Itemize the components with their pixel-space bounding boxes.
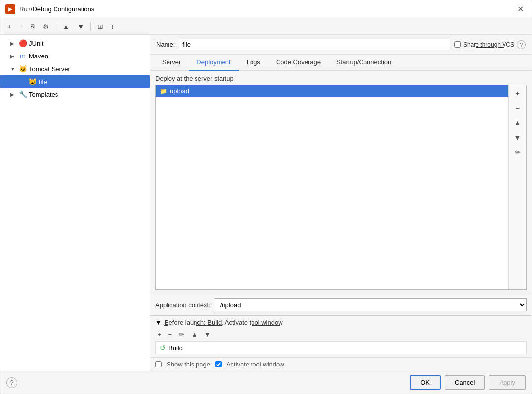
before-launch-section: ▼ Before launch: Build, Activate tool wi… xyxy=(150,315,532,357)
list-remove-button[interactable]: − xyxy=(511,101,525,115)
sort2-button[interactable]: ↕ xyxy=(108,21,117,32)
before-launch-header[interactable]: ▼ Before launch: Build, Activate tool wi… xyxy=(155,319,527,326)
bl-edit-button[interactable]: ✏ xyxy=(176,329,187,339)
help-button[interactable]: ? xyxy=(517,40,526,49)
app-context-label: Application context: xyxy=(155,301,211,309)
main-toolbar: + − ⎘ ⚙ ▲ ▼ ⊞ ↕ xyxy=(0,18,532,35)
tree-item-templates[interactable]: ▶ 🔧 Templates xyxy=(0,88,150,101)
app-logo: ▶ xyxy=(5,4,15,14)
cancel-button[interactable]: Cancel xyxy=(445,375,485,390)
deploy-list-container: 📁 upload + − ▲ ▼ ✏ xyxy=(155,85,527,290)
maven-icon: m xyxy=(18,52,27,60)
remove-config-button[interactable]: − xyxy=(16,21,26,32)
list-down-button[interactable]: ▼ xyxy=(511,131,525,144)
templates-icon: 🔧 xyxy=(18,90,27,98)
title-bar: ▶ Run/Debug Configurations ✕ xyxy=(0,0,532,18)
footer-left: ? xyxy=(6,377,17,388)
tree-item-junit[interactable]: ▶ 🔴 JUnit xyxy=(0,37,150,50)
deploy-section-label: Deploy at the server startup xyxy=(155,75,527,82)
deploy-item-label: upload xyxy=(170,87,189,95)
deploy-item-upload[interactable]: 📁 upload xyxy=(156,85,508,97)
name-row: Name: Share through VCS ? xyxy=(150,35,532,55)
tree-item-file[interactable]: 🐱 file xyxy=(0,75,150,88)
tree-item-maven[interactable]: ▶ m Maven xyxy=(0,50,150,62)
tab-code-coverage[interactable]: Code Coverage xyxy=(268,55,329,71)
tab-startup-connection[interactable]: Startup/Connection xyxy=(329,55,399,71)
before-launch-title: Before launch: Build, Activate tool wind… xyxy=(165,319,283,326)
tab-deployment[interactable]: Deployment xyxy=(189,55,238,71)
build-item: ↺ Build xyxy=(155,341,527,354)
name-label: Name: xyxy=(156,41,175,48)
run-debug-dialog: ▶ Run/Debug Configurations ✕ + − ⎘ ⚙ ▲ ▼… xyxy=(0,0,532,394)
apply-button[interactable]: Apply xyxy=(489,375,526,390)
chevron-icon: ▶ xyxy=(10,41,16,46)
deploy-section: Deploy at the server startup 📁 upload + … xyxy=(150,71,532,294)
tree-item-tomcat[interactable]: ▼ 🐱 Tomcat Server xyxy=(0,62,150,75)
tree-item-label: Maven xyxy=(29,53,48,60)
ok-button[interactable]: OK xyxy=(410,375,441,390)
folder-icon: 📁 xyxy=(160,88,167,95)
move-up-button[interactable]: ▲ xyxy=(59,21,72,32)
tree-item-label: Tomcat Server xyxy=(29,65,70,73)
chevron-icon: ▶ xyxy=(10,92,16,97)
list-add-button[interactable]: + xyxy=(511,86,525,100)
file-icon: 🐱 xyxy=(28,78,37,85)
activate-label: Activate tool window xyxy=(226,361,284,368)
build-icon: ↺ xyxy=(160,344,166,352)
bl-add-button[interactable]: + xyxy=(155,329,164,339)
list-actions: + − ▲ ▼ ✏ xyxy=(508,85,526,289)
bl-remove-button[interactable]: − xyxy=(166,329,175,339)
app-context-row: Application context: /upload xyxy=(150,294,532,315)
footer: ? OK Cancel Apply xyxy=(0,371,532,394)
before-launch-chevron: ▼ xyxy=(155,319,162,326)
show-page-checkbox[interactable] xyxy=(155,361,162,367)
toolbar-separator-2 xyxy=(90,22,91,31)
main-content: ▶ 🔴 JUnit ▶ m Maven ▼ 🐱 Tomcat Server 🐱 … xyxy=(0,35,532,371)
close-button[interactable]: ✕ xyxy=(514,3,527,15)
tab-server[interactable]: Server xyxy=(154,55,189,71)
title-bar-left: ▶ Run/Debug Configurations xyxy=(5,4,94,14)
activate-checkbox[interactable] xyxy=(215,361,222,367)
chevron-icon: ▼ xyxy=(10,66,16,72)
footer-help-button[interactable]: ? xyxy=(6,377,17,388)
right-panel: Name: Share through VCS ? Server Deploym… xyxy=(150,35,532,371)
name-input[interactable] xyxy=(179,39,450,50)
app-context-select[interactable]: /upload xyxy=(215,298,527,311)
before-launch-toolbar: + − ✏ ▲ ▼ xyxy=(155,329,527,339)
copy-config-button[interactable]: ⎘ xyxy=(28,21,38,32)
vcs-label: Share through VCS xyxy=(463,41,514,48)
sort-button[interactable]: ⊞ xyxy=(94,21,106,32)
toolbar-separator xyxy=(56,22,56,31)
bl-down-button[interactable]: ▼ xyxy=(202,329,213,339)
list-up-button[interactable]: ▲ xyxy=(511,116,525,130)
tab-content: Deploy at the server startup 📁 upload + … xyxy=(150,71,532,371)
build-label: Build xyxy=(168,344,183,352)
config-tree: ▶ 🔴 JUnit ▶ m Maven ▼ 🐱 Tomcat Server 🐱 … xyxy=(0,35,150,371)
chevron-icon: ▶ xyxy=(10,54,16,59)
settings-button[interactable]: ⚙ xyxy=(40,21,52,32)
move-down-button[interactable]: ▼ xyxy=(74,21,87,32)
add-config-button[interactable]: + xyxy=(4,21,14,32)
vcs-checkbox[interactable] xyxy=(454,41,461,48)
vcs-row: Share through VCS ? xyxy=(454,40,526,49)
list-edit-button[interactable]: ✏ xyxy=(511,145,525,159)
show-row: Show this page Activate tool window xyxy=(150,357,532,371)
dialog-title: Run/Debug Configurations xyxy=(19,5,94,13)
bl-up-button[interactable]: ▲ xyxy=(189,329,200,339)
tree-item-label: file xyxy=(39,78,47,85)
tomcat-icon: 🐱 xyxy=(18,65,27,73)
tab-bar: Server Deployment Logs Code Coverage Sta… xyxy=(150,55,532,71)
junit-icon: 🔴 xyxy=(18,39,27,47)
tree-item-label: Templates xyxy=(29,91,58,98)
deploy-list: 📁 upload xyxy=(156,85,508,289)
tab-logs[interactable]: Logs xyxy=(239,55,268,71)
tree-item-label: JUnit xyxy=(29,40,44,47)
show-page-label: Show this page xyxy=(167,361,210,368)
footer-buttons: OK Cancel Apply xyxy=(410,375,526,390)
